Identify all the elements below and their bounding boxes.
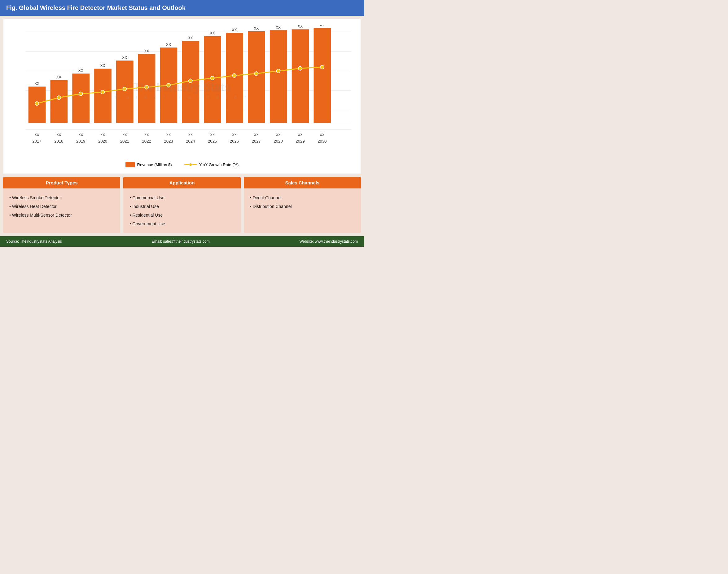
svg-rect-41 [292,30,309,123]
svg-rect-8 [50,80,68,123]
svg-text:2025: 2025 [208,139,217,144]
svg-text:2030: 2030 [317,139,327,144]
svg-text:XX: XX [100,133,105,137]
svg-text:2027: 2027 [252,139,261,144]
svg-point-56 [232,74,236,78]
chart-legend: Revenue (Million $) Y-oY Growth Rate (%) [10,159,354,170]
svg-text:XX: XX [78,69,83,73]
svg-text:XX: XX [298,133,303,137]
svg-text:2026: 2026 [230,139,239,144]
product-types-card: Product Types • Wireless Smoke Detector … [3,177,120,233]
svg-text:2022: 2022 [142,139,151,144]
svg-rect-11 [72,74,89,123]
sales-channels-body: • Direct Channel • Distribution Channel [244,189,361,216]
svg-point-50 [101,90,104,94]
svg-text:2019: 2019 [76,139,85,144]
svg-text:XX: XX [122,55,127,60]
main-container: Fig. Global Wireless Fire Detector Marke… [0,0,364,247]
svg-text:2021: 2021 [120,139,129,144]
list-item: • Government Use [129,219,234,228]
svg-text:2029: 2029 [296,139,304,144]
svg-text:XX: XX [254,133,259,137]
svg-point-53 [167,83,170,87]
svg-text:XX: XX [144,49,149,53]
list-item: • Direct Channel [250,193,355,202]
svg-text:2028: 2028 [274,139,283,144]
svg-point-51 [123,87,126,91]
svg-rect-38 [270,30,287,123]
bottom-section: Product Types • Wireless Smoke Detector … [3,177,361,233]
svg-point-54 [189,79,192,83]
svg-text:XX: XX [320,133,324,137]
svg-point-48 [57,96,61,100]
sales-channels-header: Sales Channels [244,177,361,189]
legend-revenue-label: Revenue (Million $) [137,162,172,167]
svg-rect-14 [94,69,112,123]
legend-bar-icon [125,162,135,167]
svg-rect-17 [116,60,133,123]
svg-text:XX: XX [100,64,105,68]
svg-text:XX: XX [276,133,281,137]
svg-text:XX: XX [78,133,83,137]
legend-line-icon [184,162,197,167]
chart-area: The Industry Stats m a r k e t r e s e a… [3,19,361,174]
svg-text:XX: XX [298,26,303,29]
svg-text:2024: 2024 [186,139,195,144]
svg-text:XX: XX [144,133,149,137]
legend-revenue: Revenue (Million $) [125,162,172,167]
svg-text:XX: XX [56,133,61,137]
svg-text:XX: XX [122,133,127,137]
product-types-header: Product Types [3,177,120,189]
svg-text:XX: XX [254,26,259,30]
svg-text:XX: XX [232,28,237,32]
list-item: • Residential Use [129,211,234,219]
svg-text:XX: XX [210,133,215,137]
svg-point-55 [211,76,214,80]
application-body: • Commercial Use • Industrial Use • Resi… [123,189,241,233]
list-item: • Wireless Smoke Detector [9,193,114,202]
svg-point-59 [298,66,302,70]
list-item: • Industrial Use [129,202,234,211]
application-card: Application • Commercial Use • Industria… [123,177,241,233]
svg-point-49 [79,92,83,96]
svg-text:XX: XX [320,26,325,27]
svg-text:XX: XX [188,133,193,137]
svg-text:XX: XX [188,36,193,40]
svg-point-52 [145,85,148,89]
legend-growth: Y-oY Growth Rate (%) [184,162,239,167]
svg-rect-32 [226,33,243,123]
svg-text:2020: 2020 [98,139,107,144]
list-item: • Wireless Multi-Sensor Detector [9,211,114,219]
svg-point-58 [276,69,280,73]
svg-point-57 [254,72,258,76]
footer-email: Email: sales@theindustrystats.com [152,239,210,244]
svg-text:XX: XX [232,133,237,137]
list-item: • Wireless Heat Detector [9,202,114,211]
svg-rect-35 [248,31,265,123]
list-item: • Commercial Use [129,193,234,202]
svg-text:2017: 2017 [32,139,41,144]
svg-text:2023: 2023 [164,139,173,144]
list-item: • Distribution Channel [250,202,355,211]
svg-text:XX: XX [56,75,61,79]
svg-text:XX: XX [35,133,39,137]
svg-point-47 [35,101,39,106]
svg-rect-44 [313,28,331,123]
svg-text:XX: XX [276,26,281,30]
svg-point-77 [189,163,192,166]
footer-source: Source: Theindustrystats Analysis [6,239,62,244]
footer-website: Website: www.theindustrystats.com [299,239,358,244]
svg-text:XX: XX [166,133,171,137]
page-header: Fig. Global Wireless Fire Detector Marke… [0,0,364,16]
chart-wrapper: The Industry Stats m a r k e t r e s e a… [10,26,354,156]
product-types-body: • Wireless Smoke Detector • Wireless Hea… [3,189,120,224]
footer: Source: Theindustrystats Analysis Email:… [0,236,364,247]
svg-text:2018: 2018 [54,139,63,144]
header-title: Fig. Global Wireless Fire Detector Marke… [6,4,185,11]
application-header: Application [123,177,241,189]
svg-point-60 [320,65,324,69]
chart-svg: XX XX XX XX XX XX XX XX XX XX [10,26,354,156]
legend-growth-label: Y-oY Growth Rate (%) [199,162,239,167]
svg-text:XX: XX [34,82,39,86]
svg-text:XX: XX [210,31,215,35]
